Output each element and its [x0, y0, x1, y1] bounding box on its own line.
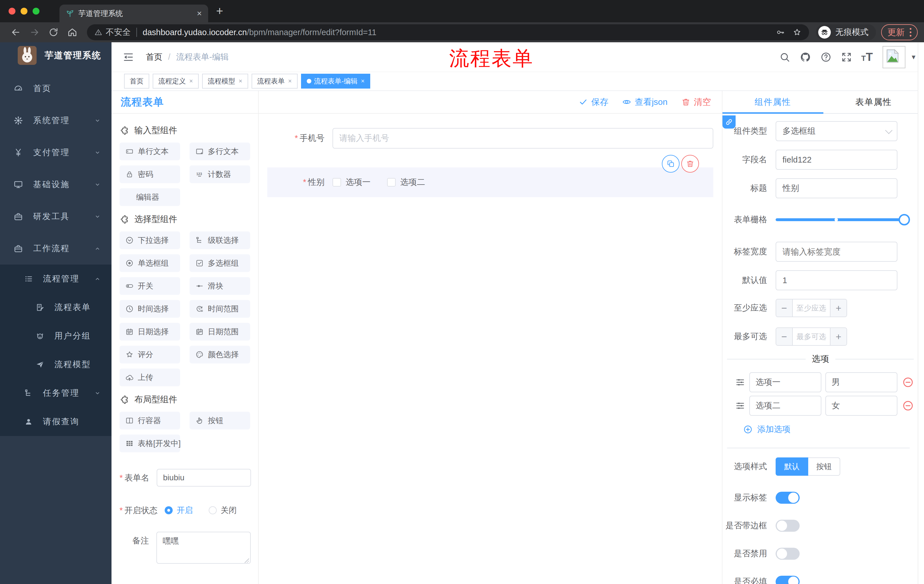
palette-item-密码[interactable]: 密码: [119, 165, 180, 183]
chrome-update-button[interactable]: 更新: [881, 24, 918, 40]
palette-item-颜色选择[interactable]: 颜色选择: [190, 346, 250, 364]
palette-item-滑块[interactable]: 滑块: [190, 277, 250, 295]
palette-item-时间范围[interactable]: 时间范围: [190, 300, 250, 318]
sidebar-item-0[interactable]: 首页: [0, 72, 112, 105]
sidebar-item-9[interactable]: 流程模型: [0, 350, 112, 379]
sidebar-item-5[interactable]: 工作流程: [0, 233, 112, 265]
palette-item-时间选择[interactable]: 时间选择: [119, 300, 180, 318]
palette-item-日期范围[interactable]: 日期范围: [190, 323, 250, 341]
user-avatar[interactable]: [883, 46, 906, 68]
palette-item-单选框组[interactable]: 单选框组: [119, 254, 180, 272]
link-tag-button[interactable]: [723, 115, 736, 128]
password-key-icon[interactable]: [776, 28, 785, 37]
back-button[interactable]: [10, 27, 21, 38]
forward-button[interactable]: [29, 27, 40, 38]
toggle-是否带边框[interactable]: [776, 520, 800, 532]
browser-tab[interactable]: 芋道管理系统 ×: [59, 5, 208, 22]
title-input[interactable]: [782, 184, 891, 193]
style-default-button[interactable]: 默认: [776, 457, 808, 476]
palette-item-上传[interactable]: 上传: [119, 368, 180, 386]
new-tab-button[interactable]: +: [216, 5, 223, 17]
max-decrease-button[interactable]: −: [776, 328, 793, 345]
default-value-input[interactable]: [782, 276, 891, 285]
drag-handle-icon[interactable]: [735, 377, 745, 387]
toggle-是否禁用[interactable]: [776, 548, 800, 560]
sidebar-item-8[interactable]: 用户分组: [0, 322, 112, 350]
close-window-button[interactable]: [8, 8, 15, 15]
toggle-是否必填[interactable]: [776, 576, 800, 584]
sidebar-item-3[interactable]: 基础设施: [0, 169, 112, 201]
palette-item-编辑器[interactable]: 编辑器: [119, 188, 180, 206]
search-icon[interactable]: [779, 51, 790, 63]
palette-item-行容器[interactable]: 行容器: [119, 412, 180, 429]
palette-item-下拉选择[interactable]: 下拉选择: [119, 232, 180, 249]
option-label-input[interactable]: 选项二: [749, 396, 822, 416]
breadcrumb-home[interactable]: 首页: [146, 51, 162, 63]
min-decrease-button[interactable]: −: [776, 299, 793, 317]
address-bar[interactable]: 不安全 dashboard.yudao.iocoder.cn /bpm/mana…: [87, 24, 809, 40]
max-select-placeholder[interactable]: 最多可选: [793, 328, 830, 345]
copy-component-button[interactable]: [662, 155, 680, 173]
component-type-select[interactable]: 多选框组: [776, 121, 898, 141]
option-value-input[interactable]: 男: [825, 372, 898, 392]
tag-close-icon[interactable]: ×: [288, 77, 292, 85]
palette-item-评分[interactable]: 评分: [119, 346, 180, 364]
max-increase-button[interactable]: +: [830, 328, 846, 345]
fullscreen-icon[interactable]: [841, 51, 852, 63]
tab-component-props[interactable]: 组件属性: [723, 91, 823, 113]
remove-option-button[interactable]: [902, 376, 914, 388]
tag-view-2[interactable]: 流程模型×: [202, 74, 248, 89]
sidebar-item-2[interactable]: 支付管理: [0, 137, 112, 169]
add-option-button[interactable]: 添加选项: [743, 424, 924, 435]
form-grid-slider[interactable]: [776, 210, 904, 230]
avatar-caret-icon[interactable]: ▾: [912, 53, 916, 61]
slider-handle[interactable]: [899, 214, 910, 225]
sidebar-item-10[interactable]: 任务管理: [0, 379, 112, 408]
sidebar-item-7[interactable]: 流程表单: [0, 293, 112, 322]
delete-component-button[interactable]: [681, 155, 699, 173]
palette-item-计数器[interactable]: 123计数器: [190, 165, 250, 183]
help-icon[interactable]: [820, 51, 832, 63]
minimize-window-button[interactable]: [21, 8, 28, 15]
tag-view-1[interactable]: 流程定义×: [153, 74, 199, 89]
tag-close-icon[interactable]: ×: [189, 77, 193, 85]
font-size-icon[interactable]: TT: [861, 51, 873, 63]
tag-view-3[interactable]: 流程表单×: [252, 74, 298, 89]
gender-option-选项一[interactable]: 选项一: [332, 176, 371, 188]
min-increase-button[interactable]: +: [830, 299, 846, 317]
palette-item-日期选择[interactable]: 日期选择: [119, 323, 180, 341]
min-select-placeholder[interactable]: 至少应选: [793, 299, 830, 317]
label-width-input[interactable]: [782, 247, 891, 257]
option-label-input[interactable]: 选项一: [749, 372, 822, 392]
tag-close-icon[interactable]: ×: [239, 77, 243, 85]
canvas-field-phone[interactable]: *手机号 请输入手机号: [267, 128, 713, 148]
slider-track[interactable]: [776, 218, 904, 221]
tag-view-0[interactable]: 首页: [124, 74, 149, 89]
sidebar-item-4[interactable]: 研发工具: [0, 201, 112, 233]
home-button[interactable]: [67, 27, 78, 38]
checkbox-icon[interactable]: [332, 178, 341, 187]
canvas-tool-清空[interactable]: 清空: [681, 96, 711, 108]
palette-item-单行文本[interactable]: 单行文本: [119, 143, 180, 160]
tab-form-props[interactable]: 表单属性: [823, 91, 924, 113]
palette-item-多行文本[interactable]: 多行文本: [190, 143, 250, 160]
phone-input[interactable]: 请输入手机号: [332, 128, 713, 148]
toggle-显示标签[interactable]: [776, 492, 800, 504]
sidebar-fold-icon[interactable]: [122, 51, 134, 63]
palette-item-开关[interactable]: 开关: [119, 277, 180, 295]
palette-item-按钮[interactable]: 按钮: [190, 412, 250, 429]
palette-item-表格[开发中][interactable]: 表格[开发中]: [119, 434, 180, 452]
sidebar-item-11[interactable]: 请假查询: [0, 408, 112, 436]
palette-item-级联选择[interactable]: 级联选择: [190, 232, 250, 249]
github-icon[interactable]: [800, 51, 811, 63]
reload-button[interactable]: [48, 27, 59, 38]
tag-close-icon[interactable]: ×: [361, 77, 365, 85]
status-radio-关闭[interactable]: 关闭: [209, 505, 237, 516]
palette-item-多选框组[interactable]: 多选框组: [190, 254, 250, 272]
gender-option-选项二[interactable]: 选项二: [387, 176, 425, 188]
tag-view-4[interactable]: 流程表单-编辑×: [301, 74, 371, 89]
form-remark-textarea[interactable]: 嘿嘿: [157, 532, 251, 564]
canvas-tool-保存[interactable]: 保存: [579, 96, 608, 108]
sidebar-item-6[interactable]: 流程管理: [0, 265, 112, 293]
status-radio-开启[interactable]: 开启: [165, 505, 193, 516]
